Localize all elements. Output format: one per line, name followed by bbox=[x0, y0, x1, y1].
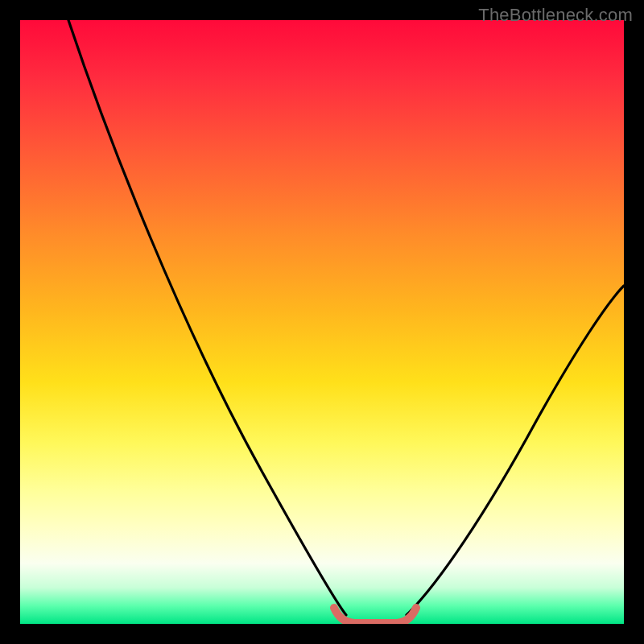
right-curve bbox=[407, 286, 624, 615]
watermark-text: TheBottleneck.com bbox=[478, 5, 633, 26]
left-curve bbox=[68, 20, 346, 615]
plot-area bbox=[20, 20, 624, 624]
curve-overlay bbox=[20, 20, 624, 624]
chart-frame: TheBottleneck.com bbox=[0, 0, 644, 644]
